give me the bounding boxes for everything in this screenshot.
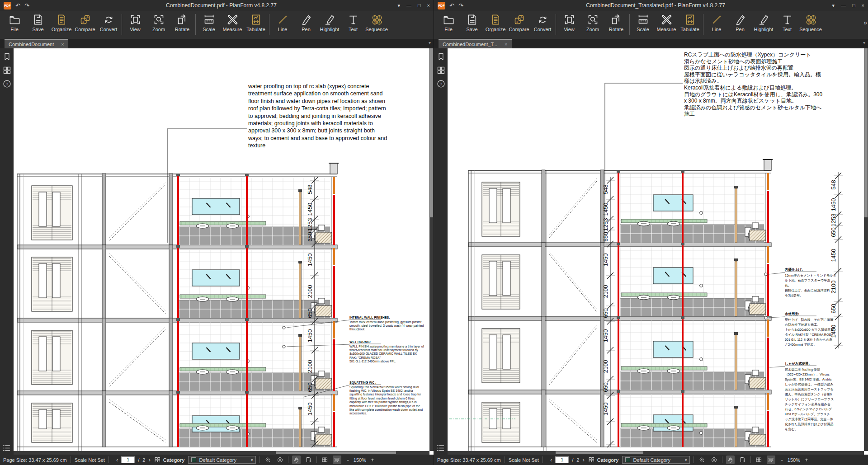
help-icon[interactable]: ?	[2, 79, 12, 89]
close-tab-icon[interactable]: ×	[61, 42, 64, 47]
undo-icon[interactable]: ↶	[15, 3, 20, 9]
horizontal-scrollbar[interactable]	[14, 451, 429, 455]
save-button[interactable]: Save	[460, 13, 484, 32]
thumbnails-icon[interactable]	[436, 66, 446, 75]
pen-button[interactable]: Pen	[294, 13, 318, 32]
bookmarks-icon[interactable]	[436, 52, 446, 61]
add-page-button[interactable]	[304, 456, 313, 464]
view-button[interactable]: View	[557, 13, 581, 32]
tabbar-caret-icon[interactable]: ▾	[429, 40, 431, 45]
table-rows-button[interactable]	[767, 456, 775, 464]
pan-hand-button[interactable]	[726, 456, 735, 464]
zoom-button[interactable]: Zoom	[147, 13, 170, 32]
line-button[interactable]: Line	[271, 13, 294, 32]
text-button[interactable]: Text	[775, 13, 799, 32]
table-columns-button[interactable]	[321, 456, 329, 464]
redo-icon[interactable]: ↷	[24, 3, 29, 9]
app-logo-icon[interactable]: PDF	[4, 2, 11, 9]
zoom-button[interactable]: Zoom	[581, 13, 604, 32]
scale-button[interactable]: Scale	[197, 13, 221, 32]
close-icon[interactable]: ×	[862, 3, 864, 8]
sequence-button[interactable]: 1234Sequence	[365, 13, 388, 32]
document-tab[interactable]: CombinedDocument_T... ×	[439, 39, 512, 48]
zoom-out-button[interactable]: -	[781, 456, 783, 463]
convert-button[interactable]: Convert	[97, 13, 120, 32]
table-columns-button[interactable]	[755, 456, 763, 464]
status-separator	[542, 456, 543, 463]
view-button[interactable]: View	[123, 13, 147, 32]
pages-list-icon[interactable]	[2, 443, 11, 453]
line-button[interactable]: Line	[705, 13, 728, 32]
preview-eye-button[interactable]	[276, 456, 284, 464]
pen-button[interactable]: Pen	[728, 13, 752, 32]
next-page-button[interactable]: ›	[582, 456, 584, 463]
measure-button[interactable]: Measure	[221, 13, 244, 32]
zoom-area-button[interactable]	[698, 456, 706, 464]
minimize-icon[interactable]: —	[406, 3, 411, 8]
pan-hand-button[interactable]	[292, 456, 301, 464]
file-button[interactable]: File	[437, 13, 460, 32]
scale-button[interactable]: Scale	[631, 13, 655, 32]
redo-icon[interactable]: ↷	[458, 3, 463, 9]
category-select[interactable]: Default Category▾	[622, 456, 690, 464]
preview-eye-button[interactable]	[710, 456, 718, 464]
bookmarks-icon[interactable]	[2, 52, 12, 61]
v-scroll-thumb[interactable]	[864, 48, 868, 217]
rotate-button[interactable]: Rotate	[170, 13, 194, 32]
v-scroll-thumb[interactable]	[430, 48, 433, 217]
sequence-button[interactable]: 1234Sequence	[799, 13, 822, 32]
rotate-button[interactable]: Rotate	[604, 13, 628, 32]
zoom-in-button[interactable]: +	[805, 456, 808, 463]
convert-button[interactable]: Convert	[531, 13, 554, 32]
measure-button[interactable]: Measure	[655, 13, 678, 32]
close-tab-icon[interactable]: ×	[505, 42, 507, 47]
category-select[interactable]: Default Category▾	[188, 456, 256, 464]
svg-text:備え、中高位置型タンク（容量6: 備え、中高位置型タンク（容量6	[785, 392, 832, 396]
highlight-button[interactable]: Highlight	[318, 13, 341, 32]
category-label: Category	[597, 457, 619, 463]
h-scroll-thumb[interactable]	[276, 451, 396, 454]
tabbar-caret-icon[interactable]: ▾	[863, 40, 865, 45]
tabulate-button[interactable]: Tabulate	[244, 13, 268, 32]
help-icon[interactable]: ?	[436, 79, 446, 89]
previous-page-button[interactable]: ‹	[116, 456, 118, 463]
tabulate-button[interactable]: Tabulate	[678, 13, 702, 32]
toolbar-overflow-icon[interactable]: »	[863, 19, 867, 26]
h-scroll-thumb[interactable]	[556, 451, 643, 454]
compare-button[interactable]: ABCompare	[507, 13, 531, 32]
table-rows-button[interactable]	[333, 456, 341, 464]
page-number-input[interactable]: 1	[121, 456, 135, 463]
maximize-icon[interactable]: □	[852, 3, 855, 8]
previous-page-button[interactable]: ‹	[550, 456, 552, 463]
undo-icon[interactable]: ↶	[449, 3, 454, 9]
menu-caret-icon[interactable]: ▾	[832, 3, 835, 9]
file-button[interactable]: File	[3, 13, 26, 32]
highlight-button[interactable]: Highlight	[752, 13, 775, 32]
menu-caret-icon[interactable]: ▾	[397, 3, 400, 9]
thumbnails-icon[interactable]	[2, 66, 12, 75]
toolbar-button-label: Rotate	[609, 27, 623, 32]
add-page-button[interactable]	[738, 456, 747, 464]
document-canvas[interactable]: water proofing on top of rc slab (xypex)…	[14, 48, 434, 455]
save-button[interactable]: Save	[26, 13, 50, 32]
compare-button[interactable]: ABCompare	[73, 13, 97, 32]
vertical-scrollbar[interactable]	[864, 48, 868, 451]
document-canvas[interactable]: RCスラブ上面への防水処理（Xypex）コンクリート滑らかなセメント砂地への表面…	[448, 48, 868, 455]
organize-button[interactable]: Organize	[50, 13, 73, 32]
pages-list-icon[interactable]	[436, 443, 445, 453]
vertical-scrollbar[interactable]	[429, 48, 434, 451]
app-logo-icon[interactable]: PDF	[438, 2, 445, 9]
page-number-input[interactable]: 1	[555, 456, 569, 463]
maximize-icon[interactable]: □	[418, 3, 421, 8]
zoom-area-button[interactable]	[264, 456, 272, 464]
minimize-icon[interactable]: —	[841, 3, 846, 8]
organize-button[interactable]: Organize	[484, 13, 507, 32]
text-button[interactable]: Text	[341, 13, 365, 32]
next-page-button[interactable]: ›	[148, 456, 150, 463]
document-tab[interactable]: CombinedDocument ×	[5, 39, 68, 48]
horizontal-scrollbar[interactable]	[448, 451, 864, 455]
close-icon[interactable]: ×	[427, 3, 430, 8]
zoom-out-button[interactable]: -	[347, 456, 349, 463]
category-label-group: Category	[588, 456, 619, 463]
zoom-in-button[interactable]: +	[371, 456, 374, 463]
